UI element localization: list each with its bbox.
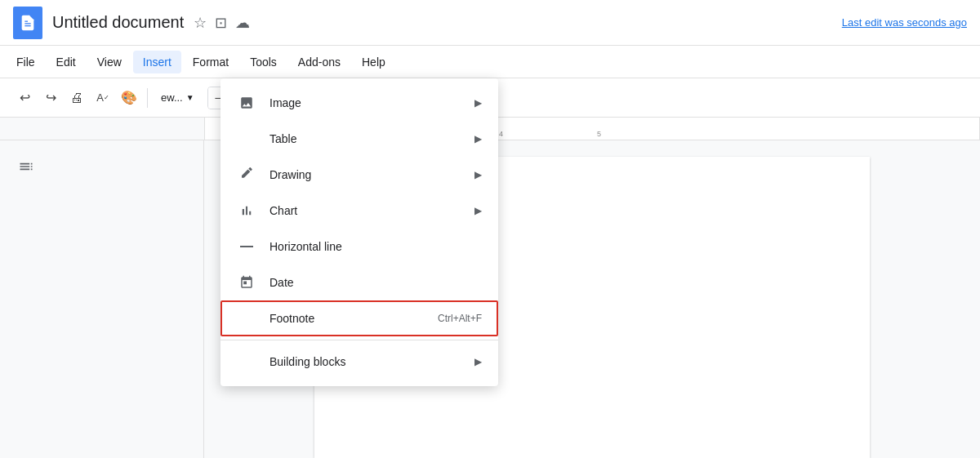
- footnote-label: Footnote: [270, 312, 438, 325]
- menu-edit[interactable]: Edit: [47, 51, 86, 73]
- sidebar-outline-icon[interactable]: [13, 153, 39, 180]
- folder-icon[interactable]: ⊡: [215, 14, 227, 32]
- menu-item-footnote[interactable]: Footnote Ctrl+Alt+F: [220, 300, 498, 336]
- toolbar-divider-1: [147, 88, 148, 108]
- menu-format[interactable]: Format: [183, 51, 238, 73]
- font-dropdown-arrow: ▼: [186, 93, 194, 102]
- menu-item-image[interactable]: Image ▶: [220, 85, 498, 121]
- menu-add-ons[interactable]: Add-ons: [288, 51, 350, 73]
- building-blocks-icon-placeholder: [237, 352, 256, 371]
- menu-help[interactable]: Help: [352, 51, 395, 73]
- menu-insert[interactable]: Insert: [133, 51, 181, 73]
- sidebar: [0, 140, 204, 458]
- building-blocks-label: Building blocks: [270, 355, 468, 368]
- menu-item-table[interactable]: Table ▶: [220, 121, 498, 157]
- doc-title[interactable]: Untitled document: [52, 13, 184, 32]
- ruler-mark-5: 5: [597, 130, 601, 138]
- image-arrow: ▶: [474, 97, 482, 109]
- date-icon: [237, 273, 256, 292]
- dropdown-divider: [220, 340, 498, 340]
- table-arrow: ▶: [474, 133, 482, 145]
- menu-tools[interactable]: Tools: [240, 51, 287, 73]
- date-label: Date: [270, 276, 482, 289]
- insert-dropdown-menu: Image ▶ Table ▶ Drawing ▶ Chart ▶ Horizo: [220, 78, 498, 386]
- menu-bar: File Edit View Insert Format Tools Add-o…: [0, 46, 980, 78]
- last-edit-text: Last edit was seconds ago: [842, 16, 967, 29]
- menu-item-horizontal-line[interactable]: Horizontal line: [220, 229, 498, 265]
- image-label: Image: [270, 96, 468, 109]
- cloud-icon[interactable]: ☁: [235, 14, 250, 32]
- footnote-shortcut: Ctrl+Alt+F: [438, 313, 482, 324]
- drawing-icon: [237, 165, 256, 185]
- ruler-mark-4: 4: [499, 130, 503, 138]
- chart-icon: [237, 201, 256, 220]
- footnote-icon-placeholder: [237, 309, 256, 328]
- print-button[interactable]: 🖨: [65, 87, 88, 109]
- title-bar: Untitled document ☆ ⊡ ☁ Last edit was se…: [0, 0, 980, 46]
- chart-label: Chart: [270, 204, 468, 217]
- horizontal-line-icon: [237, 237, 256, 256]
- app-icon: [13, 7, 42, 39]
- drawing-label: Drawing: [270, 168, 468, 181]
- menu-item-drawing[interactable]: Drawing ▶: [220, 157, 498, 193]
- star-icon[interactable]: ☆: [194, 14, 207, 32]
- spellcheck-button[interactable]: A✓: [91, 87, 114, 109]
- horizontal-line-label: Horizontal line: [270, 240, 482, 253]
- redo-button[interactable]: ↪: [39, 87, 62, 109]
- font-name-label: ew...: [161, 91, 183, 104]
- menu-item-chart[interactable]: Chart ▶: [220, 193, 498, 229]
- chart-arrow: ▶: [474, 205, 482, 216]
- menu-view[interactable]: View: [87, 51, 131, 73]
- font-dropdown[interactable]: ew... ▼: [154, 87, 201, 109]
- table-icon-placeholder: [237, 129, 256, 149]
- menu-item-building-blocks[interactable]: Building blocks ▶: [220, 344, 498, 380]
- title-icons: ☆ ⊡ ☁: [194, 14, 250, 32]
- menu-file[interactable]: File: [7, 51, 45, 73]
- paint-format-button[interactable]: 🎨: [118, 87, 140, 109]
- table-label: Table: [270, 132, 468, 145]
- menu-item-date[interactable]: Date: [220, 265, 498, 300]
- building-blocks-arrow: ▶: [474, 356, 482, 367]
- drawing-arrow: ▶: [474, 169, 482, 180]
- image-icon: [237, 93, 256, 113]
- undo-button[interactable]: ↩: [13, 87, 36, 109]
